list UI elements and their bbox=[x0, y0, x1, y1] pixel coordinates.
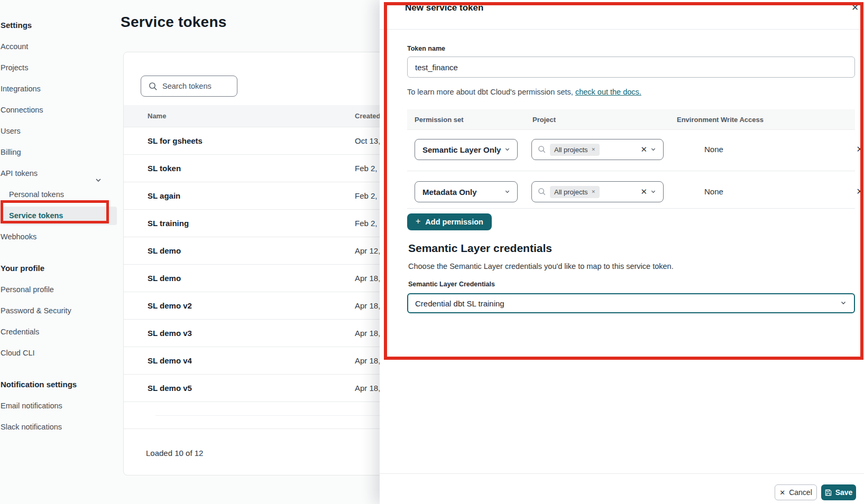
sidebar-item-label: API tokens bbox=[1, 169, 38, 178]
chevron-down-icon bbox=[504, 145, 510, 154]
sidebar-item-connections[interactable]: Connections bbox=[0, 99, 118, 120]
plus-icon: + bbox=[416, 217, 420, 226]
project-chip[interactable]: All projects ✕ bbox=[550, 144, 600, 156]
page: Settings Account Projects Integrations C… bbox=[0, 0, 864, 504]
save-label: Save bbox=[835, 488, 853, 497]
drawer-footer-divider bbox=[380, 473, 864, 474]
search-icon bbox=[538, 145, 546, 154]
token-name-cell: SL demo v2 bbox=[148, 292, 192, 320]
column-header-env-write-access: Environment Write Access bbox=[677, 109, 764, 130]
loaded-count-text: Loaded 10 of 12 bbox=[146, 449, 203, 458]
sidebar-item-cloud-cli[interactable]: Cloud CLI bbox=[0, 342, 118, 363]
sidebar-item-personal-tokens[interactable]: Personal tokens bbox=[0, 184, 118, 205]
permission-row: Semantic Layer Only All projects ✕ ✕ Non… bbox=[407, 139, 855, 160]
drawer-title-divider bbox=[380, 29, 864, 30]
permission-row: Metadata Only All projects ✕ ✕ None ✕ bbox=[407, 181, 855, 202]
clear-selection-icon[interactable]: ✕ bbox=[637, 145, 650, 154]
token-name-input[interactable] bbox=[407, 57, 855, 78]
page-title: Service tokens bbox=[121, 14, 226, 31]
sidebar-item-billing[interactable]: Billing bbox=[0, 142, 118, 163]
column-header-permission-set: Permission set bbox=[415, 109, 464, 130]
chip-remove-icon[interactable]: ✕ bbox=[592, 147, 596, 152]
search-icon bbox=[149, 82, 158, 91]
add-permission-label: Add permission bbox=[425, 218, 483, 226]
sidebar-item-webhooks[interactable]: Webhooks bbox=[0, 226, 118, 247]
clear-selection-icon[interactable]: ✕ bbox=[637, 187, 650, 197]
column-header-created: Created bbox=[355, 105, 380, 127]
permission-set-dropdown[interactable]: Metadata Only bbox=[415, 181, 518, 202]
sidebar-heading-notification-settings: Notification settings bbox=[0, 374, 118, 395]
save-button[interactable]: Save bbox=[821, 484, 856, 500]
env-write-access-value: None bbox=[704, 181, 723, 202]
sidebar-item-integrations[interactable]: Integrations bbox=[0, 78, 118, 99]
permission-set-dropdown[interactable]: Semantic Layer Only bbox=[415, 139, 518, 160]
docs-link[interactable]: check out the docs. bbox=[575, 88, 641, 96]
project-chip[interactable]: All projects ✕ bbox=[550, 186, 600, 198]
chip-remove-icon[interactable]: ✕ bbox=[592, 189, 596, 194]
token-name-cell: SL demo v4 bbox=[148, 347, 192, 375]
sidebar-item-personal-profile[interactable]: Personal profile bbox=[0, 279, 118, 300]
env-write-access-value: None bbox=[704, 139, 723, 160]
sidebar-item-service-tokens[interactable]: Service tokens bbox=[0, 205, 118, 226]
token-name-cell: SL token bbox=[148, 155, 181, 182]
sidebar-item-slack-notifications[interactable]: Slack notifications bbox=[0, 416, 118, 437]
remove-permission-icon[interactable]: ✕ bbox=[854, 139, 864, 160]
close-icon: ✕ bbox=[779, 489, 785, 497]
token-name-cell: SL again bbox=[148, 182, 180, 210]
project-chip-label: All projects bbox=[554, 188, 588, 196]
sidebar-item-credentials[interactable]: Credentials bbox=[0, 321, 118, 342]
sidebar-item-account[interactable]: Account bbox=[0, 36, 118, 57]
selected-credential-value: Credential dbt SL training bbox=[408, 299, 840, 308]
search-icon bbox=[538, 188, 546, 196]
add-permission-button[interactable]: + Add permission bbox=[407, 213, 492, 230]
sidebar-heading-your-profile: Your profile bbox=[0, 258, 118, 279]
sidebar-item-password-security[interactable]: Password & Security bbox=[0, 300, 118, 321]
close-icon[interactable]: ✕ bbox=[848, 1, 862, 15]
docs-hint-text: To learn more about dbt Cloud's permissi… bbox=[407, 88, 641, 96]
token-name-cell: SL demo bbox=[148, 237, 181, 265]
drawer-title: New service token bbox=[405, 3, 483, 13]
chevron-down-icon bbox=[650, 187, 656, 197]
cancel-label: Cancel bbox=[789, 488, 812, 497]
search-input[interactable] bbox=[162, 82, 231, 90]
sidebar-item-users[interactable]: Users bbox=[0, 120, 118, 142]
token-name-cell: SL demo v5 bbox=[148, 375, 192, 402]
semantic-layer-credentials-select[interactable]: Credential dbt SL training bbox=[407, 293, 855, 313]
new-service-token-drawer: New service token ✕ Token name To learn … bbox=[380, 0, 864, 504]
column-header-name: Name bbox=[148, 105, 166, 127]
remove-permission-icon[interactable]: ✕ bbox=[854, 181, 864, 202]
token-name-cell: SL training bbox=[148, 210, 189, 237]
token-name-cell: SL for gsheets bbox=[148, 127, 203, 155]
column-header-project: Project bbox=[532, 109, 556, 130]
cancel-button[interactable]: ✕ Cancel bbox=[775, 484, 817, 500]
chevron-down-icon bbox=[650, 145, 656, 154]
docs-hint-prefix: To learn more about dbt Cloud's permissi… bbox=[407, 88, 575, 96]
project-multiselect[interactable]: All projects ✕ ✕ bbox=[531, 181, 664, 202]
semantic-layer-credentials-heading: Semantic Layer credentials bbox=[408, 242, 552, 255]
sidebar-item-label: Service tokens bbox=[1, 211, 63, 220]
token-name-cell: SL demo bbox=[148, 265, 181, 292]
save-icon bbox=[825, 489, 835, 496]
sidebar-item-projects[interactable]: Projects bbox=[0, 57, 118, 78]
chevron-down-icon bbox=[840, 298, 847, 308]
token-name-cell: SL demo v3 bbox=[148, 320, 192, 347]
search-tokens-box[interactable] bbox=[141, 76, 237, 97]
semantic-layer-credentials-label: Semantic Layer Credentials bbox=[408, 281, 495, 288]
permission-row-divider bbox=[407, 171, 855, 171]
permissions-bottom-divider bbox=[407, 208, 855, 209]
project-chip-label: All projects bbox=[554, 146, 588, 154]
sidebar-item-email-notifications[interactable]: Email notifications bbox=[0, 395, 118, 416]
chevron-down-icon bbox=[504, 187, 510, 197]
sidebar-heading-settings: Settings bbox=[0, 15, 118, 36]
sidebar-item-api-tokens[interactable]: API tokens bbox=[0, 163, 118, 184]
token-name-label: Token name bbox=[407, 45, 445, 52]
permissions-header-row: Permission set Project Environment Write… bbox=[407, 109, 855, 130]
settings-sidebar: Settings Account Projects Integrations C… bbox=[0, 0, 118, 504]
permission-set-value: Semantic Layer Only bbox=[415, 145, 504, 154]
permission-set-value: Metadata Only bbox=[415, 188, 504, 197]
semantic-layer-credentials-description: Choose the Semantic Layer credentials yo… bbox=[408, 262, 674, 270]
project-multiselect[interactable]: All projects ✕ ✕ bbox=[531, 139, 664, 160]
